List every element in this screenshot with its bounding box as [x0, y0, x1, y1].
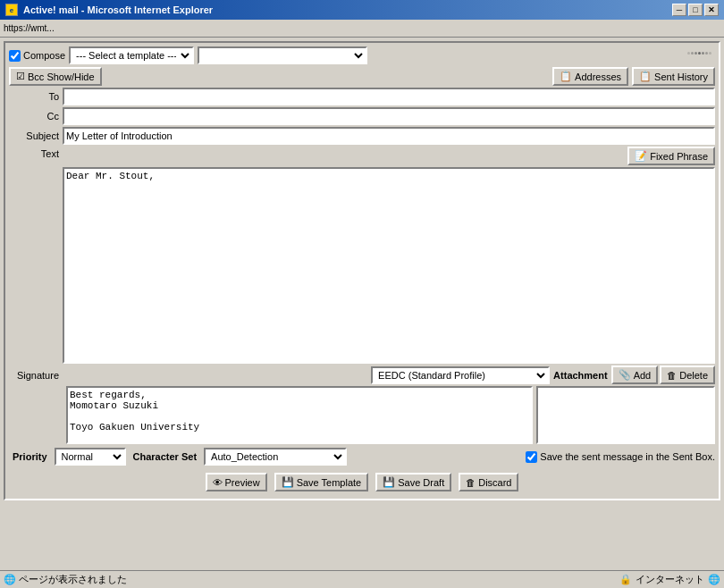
discard-icon: 🗑: [466, 477, 476, 488]
status-right-text: インターネット: [636, 573, 704, 586]
compose-panel: Compose --- Select a template ---: [4, 41, 720, 500]
main-content: Compose --- Select a template ---: [0, 38, 724, 570]
text-area-wrapper: 📝 Fixed Phrase Dear Mr. Stout,: [63, 147, 715, 364]
discard-button[interactable]: 🗑 Discard: [459, 473, 518, 491]
fixed-phrase-button[interactable]: 📝 Fixed Phrase: [627, 147, 715, 165]
addresses-button[interactable]: 📋 Addresses: [552, 67, 628, 86]
sig-content-row: Best regards, Momotaro Suzuki Toyo Gakue…: [9, 386, 715, 446]
sent-history-button[interactable]: 📋 Sent History: [632, 67, 715, 86]
save-sent-text: Save the sent message in the Sent Box.: [540, 451, 715, 462]
priority-select[interactable]: Normal High Low: [55, 448, 126, 466]
text-section: Text 📝 Fixed Phrase Dear Mr. Stout,: [9, 147, 715, 364]
text-area-top: 📝 Fixed Phrase: [63, 147, 715, 165]
delete-attachment-button[interactable]: 🗑 Delete: [660, 365, 715, 384]
save-draft-icon: 💾: [383, 476, 395, 488]
template-select-2[interactable]: [198, 46, 367, 64]
priority-row: Priority Normal High Low Character Set A…: [13, 448, 715, 466]
attachment-label: Attachment: [553, 370, 608, 381]
to-row: To: [9, 88, 715, 105]
sig-content-left: Best regards, Momotaro Suzuki Toyo Gakue…: [66, 386, 533, 446]
lock-icon: 🔒: [619, 574, 632, 585]
url-text: https://wmt...: [4, 23, 55, 33]
cc-input[interactable]: [63, 107, 715, 125]
bottom-buttons: 👁 Preview 💾 Save Template 💾 Save Draft 🗑…: [9, 469, 715, 495]
charset-label: Character Set: [133, 451, 198, 462]
cc-row: Cc: [9, 107, 715, 125]
preview-label: Preview: [225, 477, 260, 488]
bcc-label: Bcc Show/Hide: [28, 71, 95, 82]
top-button-bar-left: ☑ Bcc Show/Hide: [9, 67, 102, 86]
cc-label: Cc: [9, 111, 63, 122]
subject-input[interactable]: [63, 127, 715, 145]
top-button-bar: ☑ Bcc Show/Hide 📋 Addresses 📋 Sent Histo…: [9, 67, 715, 86]
compose-label: Compose: [23, 50, 65, 61]
preview-icon: 👁: [213, 477, 223, 488]
signature-section: Signature EEDC (Standard Profile) Attach…: [9, 365, 715, 384]
add-label: Add: [634, 370, 652, 381]
window-icon: e: [5, 4, 18, 16]
sent-history-icon: 📋: [639, 71, 652, 82]
attachment-buttons: 📎 Add 🗑 Delete: [611, 365, 715, 384]
add-attachment-button[interactable]: 📎 Add: [611, 365, 659, 384]
sig-select-wrapper: EEDC (Standard Profile) Attachment 📎 Add…: [66, 365, 715, 384]
attachment-box: [536, 386, 715, 444]
delete-icon: 🗑: [667, 370, 677, 381]
compose-header: Compose --- Select a template ---: [9, 46, 715, 64]
to-input[interactable]: [63, 88, 715, 105]
save-sent-checkbox[interactable]: [526, 451, 537, 463]
top-button-bar-right: 📋 Addresses 📋 Sent History: [552, 67, 715, 86]
status-bar: 🌐 ページが表示されました 🔒 インターネット 🌐: [0, 570, 724, 588]
save-draft-button[interactable]: 💾 Save Draft: [375, 473, 451, 491]
maximize-button[interactable]: □: [688, 4, 703, 16]
signature-text-area[interactable]: Best regards, Momotaro Suzuki Toyo Gakue…: [66, 386, 533, 444]
address-bar: https://wmt...: [0, 20, 724, 38]
subject-label: Subject: [9, 130, 63, 141]
window-title: Active! mail - Microsoft Internet Explor…: [23, 4, 213, 15]
bcc-show-hide-button[interactable]: ☑ Bcc Show/Hide: [9, 67, 102, 86]
fixed-phrase-label: Fixed Phrase: [650, 151, 708, 162]
main-text-area[interactable]: Dear Mr. Stout,: [63, 167, 715, 364]
bcc-icon: ☑: [16, 71, 25, 82]
delete-label: Delete: [679, 370, 708, 381]
close-button[interactable]: ✕: [704, 4, 719, 16]
status-globe-icon: 🌐: [4, 574, 16, 585]
internet-icon: 🌐: [708, 574, 720, 585]
preview-button[interactable]: 👁 Preview: [206, 473, 267, 491]
charset-select[interactable]: Auto_Detection UTF-8 ISO-2022-JP: [204, 448, 347, 466]
compose-checkbox-area: Compose: [9, 50, 65, 62]
signature-profile-select[interactable]: EEDC (Standard Profile): [371, 366, 550, 384]
save-template-icon: 💾: [282, 476, 294, 488]
save-template-label: Save Template: [297, 477, 362, 488]
status-right: 🔒 インターネット 🌐: [619, 573, 720, 586]
compose-top-left: Compose --- Select a template ---: [9, 46, 367, 64]
signature-label: Signature: [9, 370, 63, 381]
sent-history-label: Sent History: [654, 71, 708, 82]
addresses-label: Addresses: [575, 71, 621, 82]
addresses-icon: 📋: [560, 71, 572, 82]
save-draft-label: Save Draft: [398, 477, 444, 488]
save-template-button[interactable]: 💾 Save Template: [274, 473, 369, 491]
save-sent-label: Save the sent message in the Sent Box.: [526, 451, 715, 463]
status-left-text: ページが表示されました: [19, 573, 127, 586]
template-select[interactable]: --- Select a template ---: [69, 46, 194, 64]
window-controls: ─ □ ✕: [672, 4, 719, 16]
fixed-phrase-icon: 📝: [635, 150, 647, 162]
minimize-button[interactable]: ─: [672, 4, 686, 16]
add-icon: 📎: [619, 369, 631, 381]
attachment-section: [536, 386, 715, 446]
status-left: 🌐 ページが表示されました: [4, 573, 127, 586]
text-label: Text: [9, 147, 63, 159]
priority-label: Priority: [13, 451, 47, 462]
subject-row: Subject: [9, 127, 715, 145]
discard-label: Discard: [478, 477, 511, 488]
titlebar: e Active! mail - Microsoft Internet Expl…: [0, 0, 724, 20]
spinner: [687, 52, 711, 55]
compose-checkbox[interactable]: [9, 50, 21, 62]
to-label: To: [9, 91, 63, 102]
